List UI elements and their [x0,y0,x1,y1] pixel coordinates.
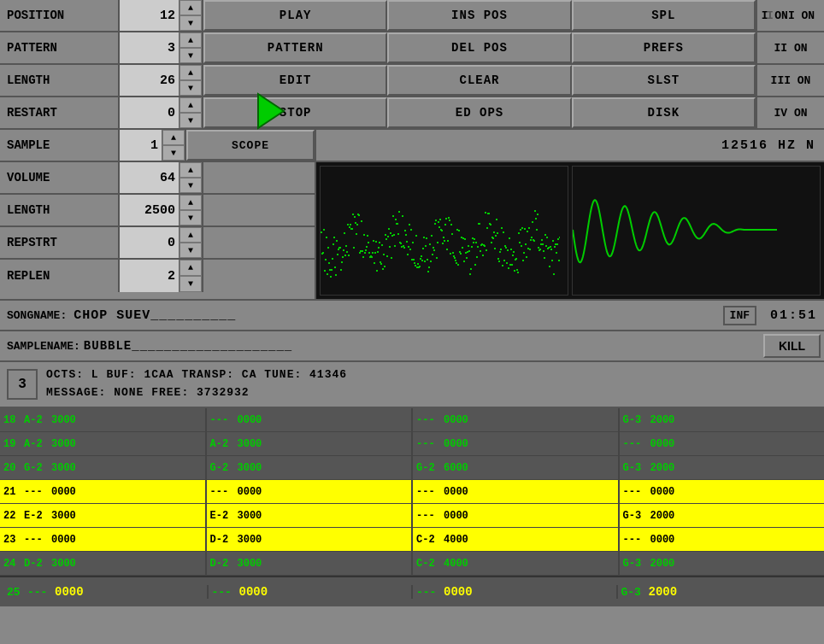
pattern-row[interactable]: G-32000 [620,504,825,528]
clear-button[interactable]: CLEAR [387,65,571,96]
pattern-row[interactable]: 24D-23000 [0,552,205,576]
volume-arrows[interactable]: ▲ ▼ [180,162,203,193]
pattern-row[interactable]: 21---0000 [0,480,205,504]
position-up[interactable]: ▲ [180,0,202,15]
row-number: 22 [3,510,24,522]
pattern-row[interactable]: ---0000 [207,480,412,504]
restart-up[interactable]: ▲ [180,97,202,113]
info-line1: OCTS: L BUF: 1CAA TRANSP: CA TUNE: 41346 [46,366,347,384]
pattern-arrows[interactable]: ▲ ▼ [180,32,203,63]
pattern-row[interactable]: E-23000 [207,504,412,528]
pattern-row[interactable]: ---0000 [620,432,825,456]
position-arrows[interactable]: ▲ ▼ [180,0,203,31]
pattern-row[interactable]: G-32000 [620,408,825,432]
pattern-row[interactable]: ---0000 [413,480,618,504]
pattern-row[interactable]: G-32000 [620,456,825,480]
slst-button[interactable]: SLST [572,65,756,96]
hz-display: 12516 HZ N [721,138,815,153]
position-label: POSITION [0,0,120,31]
position-buttons: PLAY INS POS SPL [203,0,756,31]
pattern-row[interactable]: D-23000 [207,528,412,552]
restart-arrows[interactable]: ▲ ▼ [180,97,203,128]
row-value: 3000 [51,414,202,426]
bottom-row: 25---0000---0000---0000G-32000 [0,576,824,606]
position-on: II ON I ON [756,0,824,31]
restart-down[interactable]: ▼ [180,113,202,128]
repstrt-up[interactable]: ▲ [180,227,202,243]
pattern-row[interactable]: ---0000 [620,528,825,552]
pattern-row[interactable]: ---0000 [413,408,618,432]
row-number: 21 [3,486,24,498]
length2-down[interactable]: ▼ [180,210,202,225]
sample-label: SAMPLE [0,130,120,161]
pattern-col-0: 18A-2300019A-2300020G-2300021---000022E-… [0,408,207,576]
replen-label: REPLEN [0,260,120,292]
pattern-row[interactable]: G-23000 [207,456,412,480]
prefs-button[interactable]: PREFS [572,32,756,63]
stop-button[interactable]: STOP [203,97,387,128]
sample-arrows[interactable]: ▲ ▼ [162,130,186,161]
pattern-row[interactable]: 19A-23000 [0,432,205,456]
pattern-down[interactable]: ▼ [180,48,202,63]
pattern-row[interactable]: A-23000 [207,432,412,456]
pattern-row[interactable]: 23---0000 [0,528,205,552]
pattern-buttons: PATTERN DEL POS PREFS [203,32,756,63]
row-note: --- [623,438,650,450]
repstrt-arrows[interactable]: ▲ ▼ [180,227,203,258]
row-note: --- [210,414,238,426]
play-button[interactable]: PLAY [203,0,387,31]
pattern-button[interactable]: PATTERN [203,32,387,63]
sample-down[interactable]: ▼ [162,145,185,161]
sample-up[interactable]: ▲ [162,130,185,145]
pattern-row[interactable]: 18A-23000 [0,408,205,432]
pattern-row[interactable]: ---0000 [207,408,412,432]
replen-up[interactable]: ▲ [180,260,202,276]
length2-arrows[interactable]: ▲ ▼ [180,195,203,225]
row-value: 0000 [444,486,615,498]
row-note: G-2 [210,462,238,474]
pattern-row[interactable]: ---0000 [413,432,618,456]
kill-button[interactable]: KILL [763,334,821,358]
row-note: --- [24,486,51,498]
pattern-row[interactable]: C-24000 [413,552,618,576]
replen-down[interactable]: ▼ [180,276,202,292]
inf-badge[interactable]: INF [723,306,756,325]
pattern-row[interactable]: ---0000 [413,504,618,528]
scope-button[interactable]: SCOPE [186,130,315,161]
row-note: --- [623,486,650,498]
volume-down[interactable]: ▼ [180,178,202,193]
ins-pos-button[interactable]: INS POS [387,0,571,31]
position-down[interactable]: ▼ [180,15,202,31]
channel-number: 3 [7,369,38,400]
ed-ops-button[interactable]: ED OPS [387,97,571,128]
scope-right: 12516 HZ N [316,130,824,299]
del-pos-button[interactable]: DEL POS [387,32,571,63]
row-value: 3000 [238,510,409,522]
volume-up[interactable]: ▲ [180,162,202,178]
repstrt-down[interactable]: ▼ [180,243,202,258]
pattern-row[interactable]: G-32000 [620,552,825,576]
pattern-row[interactable]: C-24000 [413,528,618,552]
length-down[interactable]: ▼ [180,80,202,96]
length-up[interactable]: ▲ [180,65,202,80]
top-section: POSITION 12 ▲ ▼ PLAY INS POS SPL II ON I… [0,0,824,130]
bottom-col-3: G-32000 [618,585,821,599]
pattern-row[interactable]: ---0000 [620,480,825,504]
pattern-row[interactable]: G-26000 [413,456,618,480]
pattern-row[interactable]: D-23000 [207,552,412,576]
length-arrows[interactable]: ▲ ▼ [180,65,203,96]
disk-button[interactable]: DISK [572,97,756,128]
pattern-on: II ON [756,32,824,63]
row-note: C-2 [416,534,444,546]
restart-label: RESTART [0,97,120,128]
pattern-row[interactable]: 20G-23000 [0,456,205,480]
spl-button[interactable]: SPL [572,0,756,31]
edit-button[interactable]: EDIT [203,65,387,96]
replen-arrows[interactable]: ▲ ▼ [180,260,203,292]
pattern-row: PATTERN 3 ▲ ▼ PATTERN DEL POS PREFS II O… [0,32,824,65]
row-note: E-2 [24,510,51,522]
pattern-up[interactable]: ▲ [180,32,202,48]
pattern-row[interactable]: 22E-23000 [0,504,205,528]
replen-value: 2 [120,260,180,292]
length2-up[interactable]: ▲ [180,195,202,210]
